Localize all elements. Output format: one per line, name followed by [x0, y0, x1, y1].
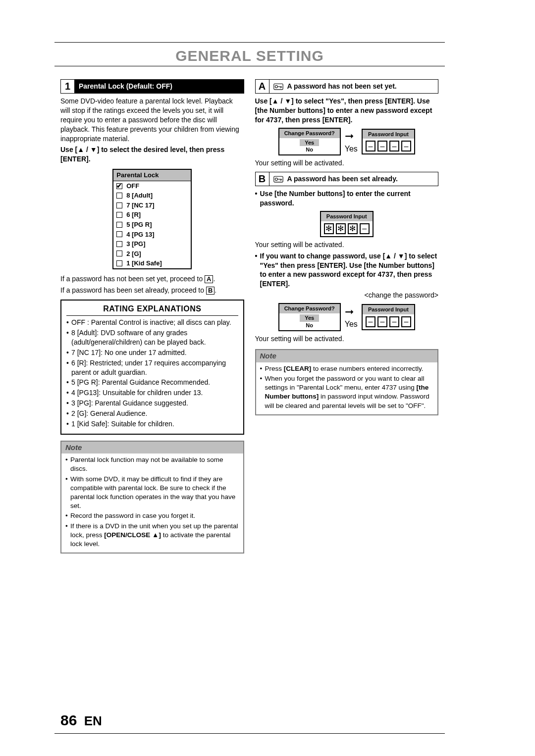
box-a-ref: A — [205, 275, 213, 283]
rating-item: 3 [PG]: Parental Guidance suggested. — [66, 399, 238, 408]
checkbox-icon — [116, 202, 122, 208]
password-input-dialog: Password Input ✻ ✻ ✻ – — [320, 211, 374, 237]
rating-item: 4 [PG13]: Unsuitable for children under … — [66, 388, 238, 398]
section-b-change-instruction: If you want to change password, use [▲ /… — [255, 252, 439, 289]
key-lock-icon — [273, 176, 282, 183]
rating-item: 8 [Adult]: DVD software of any grades (a… — [66, 328, 238, 347]
dlg-yes-selected: Yes — [300, 139, 319, 147]
dlg-no: No — [283, 322, 336, 329]
right-column: A A password has not been set yet. Use [… — [255, 79, 439, 554]
pw-cell: ✻ — [336, 223, 346, 234]
note-item: Press [CLEAR] to erase numbers entered i… — [260, 364, 434, 373]
checkbox-icon — [116, 222, 122, 228]
proceed-b-post: . — [214, 286, 216, 294]
step-1-number: 1 — [61, 80, 75, 93]
arrow-right-icon: ➞ — [345, 304, 358, 319]
top-rule — [54, 42, 445, 43]
ratings-title: RATING EXPLANATIONS — [66, 303, 238, 316]
pw-cell: – — [360, 223, 370, 234]
pw-cell: – — [401, 316, 411, 327]
checkbox-icon — [116, 251, 122, 256]
dlg-body: Yes No — [279, 313, 340, 330]
menu-item: 6 [R] — [126, 210, 141, 219]
dlg-no: No — [283, 146, 336, 153]
dlg-yes-selected: Yes — [300, 314, 319, 322]
pw-cell: ✻ — [324, 223, 334, 234]
change-password-dialog: Change Password? Yes No — [278, 128, 341, 156]
note-right-body: Press [CLEAR] to erase numbers entered i… — [256, 362, 438, 414]
rating-explanations-box: RATING EXPLANATIONS OFF : Parental Contr… — [60, 300, 244, 434]
change-password-dialog: Change Password? Yes No — [278, 303, 341, 331]
note-left-box: Note Parental lock function may not be a… — [60, 441, 244, 554]
rating-item: 5 [PG R]: Parental Guidance Recommended. — [66, 378, 238, 387]
menu-row: 5 [PG R] — [113, 220, 191, 230]
menu-row: 3 [PG] — [113, 239, 191, 249]
menu-item: 7 [NC 17] — [126, 201, 154, 210]
pw-cell: – — [366, 141, 375, 151]
dlg-body: Yes No — [279, 138, 340, 155]
proceed-a-post: . — [213, 275, 215, 283]
section-b-label: A password has been set already. — [269, 172, 438, 186]
page: GENERAL SETTING 1 Parental Lock (Default… — [0, 0, 535, 756]
note-left-body: Parental lock function may not be availa… — [61, 454, 243, 553]
menu-item: 3 [PG] — [126, 240, 145, 249]
section-a-instruction: Use [▲ / ▼] to select "Yes", then press … — [255, 97, 439, 125]
menu-item: 5 [PG R] — [126, 220, 152, 229]
proceed-b-line: If a password has been set already, proc… — [60, 286, 244, 295]
note-item: With some DVD, it may be difficult to fi… — [65, 475, 239, 511]
page-number-lang: EN — [84, 713, 102, 728]
section-a-dialog-row: Change Password? Yes No ➞ Yes Password I… — [255, 128, 439, 156]
svg-point-6 — [275, 178, 277, 180]
password-input-dialog: Password Input – – – – — [362, 129, 415, 155]
mid-yes-label: Yes — [345, 144, 358, 154]
pw-cell: – — [377, 141, 387, 151]
note-item: Record the password in case you forget i… — [65, 511, 239, 520]
note-right-box: Note Press [CLEAR] to erase numbers ente… — [255, 349, 439, 415]
section-a-header: A A password has not been set yet. — [255, 79, 439, 94]
password-input-dialog: Password Input – – – – — [362, 304, 415, 330]
dlg-title: Change Password? — [279, 129, 340, 138]
rating-item: 1 [Kid Safe]: Suitable for children. — [66, 419, 238, 429]
parental-lock-menu: Parental Lock OFF 8 [Adult] 7 [NC 17] 6 … — [112, 169, 192, 269]
left-column: 1 Parental Lock (Default: OFF) Some DVD-… — [60, 79, 244, 554]
section-a-letter: A — [256, 80, 269, 93]
note-item: Parental lock function may not be availa… — [65, 455, 239, 473]
updown-symbol: ▲ / ▼ — [77, 146, 97, 153]
arrow-yes-group: ➞ Yes — [345, 304, 358, 330]
box-b-ref: B — [206, 287, 214, 295]
section-b-after: Your setting will be activated. — [255, 240, 439, 250]
ratings-list: OFF : Parental Control is inactive; all … — [66, 318, 238, 429]
proceed-a-line: If a password has not been set yet, proc… — [60, 274, 244, 284]
arrow-right-icon: ➞ — [345, 129, 358, 144]
content-columns: 1 Parental Lock (Default: OFF) Some DVD-… — [60, 79, 438, 554]
note-left-title: Note — [61, 442, 243, 454]
menu-item: 2 [G] — [126, 250, 141, 258]
page-number: 86 EN — [60, 712, 102, 729]
rating-item: 2 [G]: General Audience. — [66, 409, 238, 418]
section-a-text: A password has not been set yet. — [287, 82, 397, 91]
step-1-intro: Some DVD-video feature a parental lock l… — [60, 97, 244, 143]
pw-cell: – — [401, 141, 411, 151]
note-item: If there is a DVD in the unit when you s… — [65, 522, 239, 549]
menu-row: 6 [R] — [113, 210, 191, 220]
checkbox-icon — [116, 241, 122, 247]
rating-item: 6 [R]: Restricted; under 17 requires acc… — [66, 358, 238, 377]
menu-title: Parental Lock — [113, 170, 191, 181]
section-b-header: B A password has been set already. — [255, 172, 439, 186]
pw-cell: – — [366, 316, 375, 327]
dlg-title: Change Password? — [279, 304, 340, 313]
checkbox-icon — [116, 231, 122, 237]
proceed-b-pre: If a password has been set already, proc… — [60, 286, 206, 294]
page-title: GENERAL SETTING — [54, 48, 445, 66]
menu-row: 4 [PG 13] — [113, 230, 191, 240]
menu-row: 8 [Adult] — [113, 191, 191, 201]
svg-point-1 — [275, 85, 277, 88]
step-1-header: 1 Parental Lock (Default: OFF) — [60, 79, 244, 94]
menu-row: 7 [NC 17] — [113, 201, 191, 210]
arrow-yes-group: ➞ Yes — [345, 129, 358, 154]
step-1-label: Parental Lock (Default: OFF) — [75, 80, 244, 93]
section-b-text: A password has been set already. — [287, 174, 398, 184]
checkbox-checked-icon — [116, 183, 122, 189]
section-b-letter: B — [256, 172, 269, 186]
section-a-after: Your setting will be activated. — [255, 158, 439, 168]
